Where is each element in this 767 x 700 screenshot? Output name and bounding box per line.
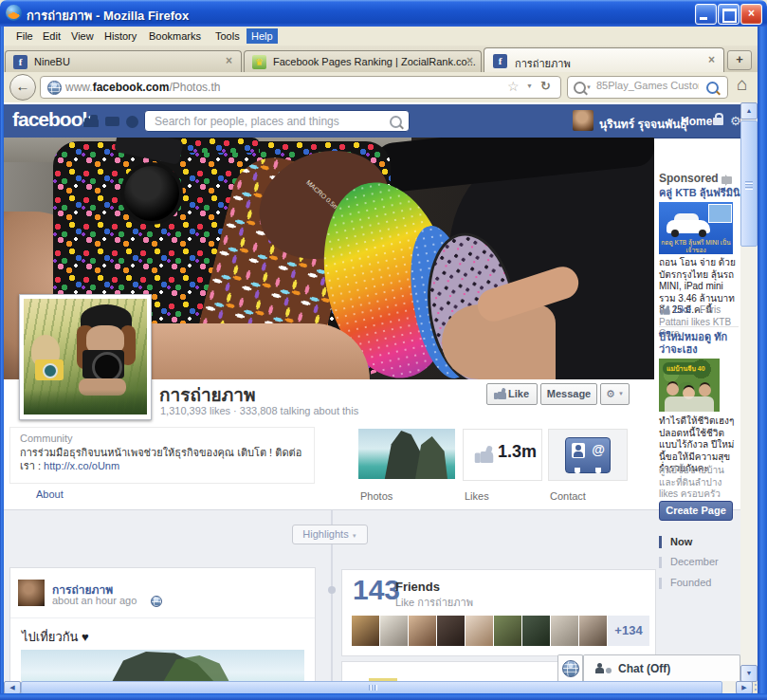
tab-active-photography[interactable]: f การถ่ายภาพ ×	[484, 47, 724, 72]
like-thumb-icon	[494, 388, 506, 399]
url-bar[interactable]: www.facebook.com/Photos.th ☆ ▼ ↻	[40, 76, 561, 99]
go-search-icon[interactable]	[706, 82, 719, 94]
ad2-title[interactable]: ปีใหม่หมอดู ทักว่าจะเฮง	[659, 331, 739, 356]
post-time[interactable]: about an hour ago	[52, 595, 137, 606]
menu-help[interactable]: Help	[247, 28, 278, 44]
minimize-button[interactable]	[695, 4, 717, 25]
scroll-left-icon[interactable]: ◀	[4, 681, 21, 694]
like-button[interactable]: Like	[486, 383, 538, 405]
vertical-scroll-thumb[interactable]	[740, 120, 758, 247]
url-dropdown-icon[interactable]: ▼	[526, 83, 533, 89]
photos-box-thumbnail[interactable]	[358, 429, 455, 479]
horizontal-scroll-thumb[interactable]	[21, 681, 722, 694]
ad2-image[interactable]: แม่บ้านจีบ 40	[659, 359, 720, 412]
menu-history[interactable]: History	[100, 28, 141, 44]
friend-avatar[interactable]	[466, 616, 493, 646]
close-button[interactable]: ×	[740, 4, 762, 25]
likes-label[interactable]: Likes	[465, 490, 489, 502]
home-link[interactable]: Home	[681, 115, 712, 128]
search-input[interactable]	[594, 79, 701, 92]
timeline-nav-founded[interactable]: Founded	[670, 577, 711, 588]
search-box[interactable]: ▼	[567, 76, 728, 99]
contact-box[interactable]: @	[548, 429, 628, 481]
user-avatar[interactable]	[573, 110, 594, 131]
horizontal-scrollbar[interactable]: ◀ ▶	[4, 681, 752, 693]
menu-file[interactable]: File	[11, 28, 38, 44]
timeline-founded-marker	[659, 578, 662, 589]
engine-dropdown-icon[interactable]: ▼	[586, 84, 592, 90]
create-page-button[interactable]: Create Page	[659, 501, 733, 521]
facebook-search[interactable]	[144, 110, 410, 132]
photos-label[interactable]: Photos	[360, 490, 393, 502]
photos-cliff-art2	[415, 436, 447, 479]
tab-zocialrank[interactable]: ♛ Facebook Pages Ranking | ZocialRank.co…	[244, 50, 482, 72]
post-photo[interactable]	[21, 650, 304, 681]
ad1-car-wheel	[699, 230, 706, 237]
vertical-scrollbar[interactable]: ▲ ▼	[740, 102, 758, 681]
home-icon[interactable]: ⌂	[737, 74, 747, 95]
tab-label: NineBU	[34, 56, 70, 67]
globe-button[interactable]	[557, 654, 583, 681]
navigation-bar: ← www.facebook.com/Photos.th ☆ ▼ ↻ ▼ ⌂	[4, 72, 758, 103]
friend-avatar[interactable]	[522, 616, 550, 646]
highlights-dropdown[interactable]: Highlights ▼	[292, 525, 368, 544]
friends-more-badge[interactable]: +134	[608, 616, 649, 646]
friends-count: 143	[353, 574, 400, 606]
timeline-nav-december[interactable]: December	[670, 556, 719, 567]
friends-avatars-row: +134	[352, 616, 648, 646]
zocialrank-favicon: ♛	[252, 55, 266, 69]
like-label: Like	[508, 388, 529, 399]
tab-close-icon[interactable]: ×	[226, 54, 232, 67]
post-divider	[10, 617, 315, 618]
reload-icon[interactable]: ↻	[540, 79, 551, 93]
profile-picture[interactable]	[19, 294, 152, 420]
tab-close-icon[interactable]: ×	[466, 54, 473, 67]
menubar: File Edit View History Bookmarks Tools H…	[4, 27, 758, 46]
ad2-person	[667, 383, 679, 396]
scroll-down-icon[interactable]: ▼	[740, 665, 758, 682]
bookmark-star-icon[interactable]: ☆	[507, 79, 520, 94]
ad1-like-link[interactable]: Like	[674, 304, 691, 315]
friend-avatar[interactable]	[437, 616, 465, 646]
highlights-label: Highlights	[302, 528, 348, 540]
settings-gear-icon[interactable]: ⚙	[730, 115, 740, 127]
menu-edit[interactable]: Edit	[38, 28, 65, 44]
community-link[interactable]: http://x.co/oUnm	[44, 460, 119, 471]
new-tab-button[interactable]: +	[727, 50, 752, 70]
contact-label[interactable]: Contact	[550, 490, 586, 502]
friend-avatar[interactable]	[579, 616, 607, 646]
friend-avatar[interactable]	[494, 616, 521, 646]
maximize-button[interactable]	[718, 4, 740, 25]
messages-icon[interactable]	[105, 117, 119, 126]
likes-box[interactable]: 1.3m	[463, 429, 542, 481]
about-link[interactable]: About	[36, 488, 64, 500]
ad1-title[interactable]: คลู่ KTB ลุ้นฟรีมินิ	[659, 187, 740, 199]
ad1-image[interactable]: กดดู KTB ลุ้นฟรี MINI เป็นเจ้าของ	[659, 202, 733, 254]
friend-avatar[interactable]	[352, 616, 379, 646]
timeline-nav-now[interactable]: Now	[670, 536, 692, 547]
facebook-search-input[interactable]	[153, 114, 384, 129]
privacy-lock-icon[interactable]	[713, 118, 723, 125]
tab-ninebu[interactable]: f NineBU ×	[5, 50, 242, 72]
tab-close-icon[interactable]: ×	[708, 53, 715, 66]
chat-status-dot	[606, 668, 612, 673]
chat-bar[interactable]: Chat (Off)	[583, 654, 740, 681]
url-path: /Photos.th	[169, 81, 220, 94]
message-button[interactable]: Message	[540, 383, 597, 405]
menu-view[interactable]: View	[66, 28, 99, 44]
notifications-icon[interactable]	[126, 116, 138, 128]
scroll-right-icon[interactable]: ▶	[736, 681, 753, 694]
friend-requests-icon[interactable]	[83, 117, 99, 127]
menu-tools[interactable]: Tools	[210, 28, 245, 44]
page-gear-button[interactable]: ⚙ ▼	[600, 383, 630, 405]
menu-bookmarks[interactable]: Bookmarks	[144, 28, 206, 44]
scroll-up-icon[interactable]: ▲	[740, 102, 758, 120]
post-avatar[interactable]	[18, 580, 45, 606]
friend-avatar[interactable]	[551, 616, 578, 646]
window-border-right	[758, 27, 767, 700]
friend-avatar[interactable]	[380, 616, 408, 646]
back-button[interactable]: ←	[9, 74, 36, 101]
facebook-logo[interactable]: facebook	[12, 108, 92, 131]
user-name[interactable]: นุรินทร์ รุจจนพันธุ์	[599, 115, 687, 133]
friend-avatar[interactable]	[409, 616, 436, 646]
